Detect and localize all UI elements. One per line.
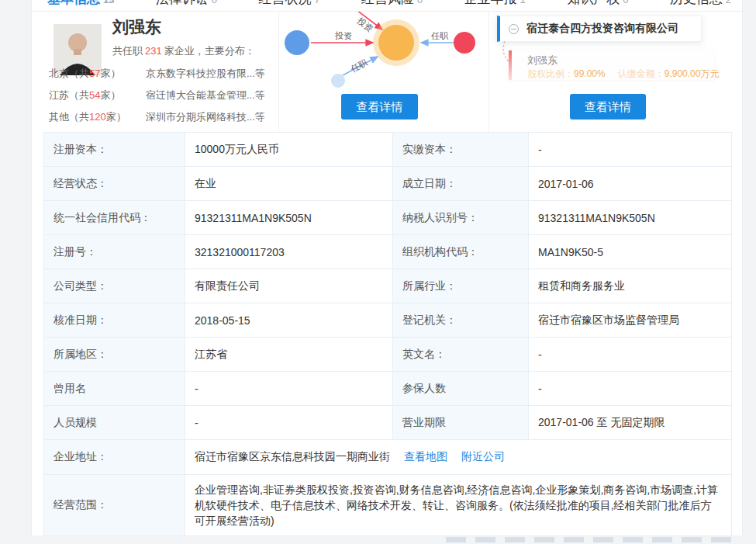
node-officer-red — [454, 32, 475, 54]
distribution-row-other: 其他（共120家） 深圳市分期乐网络科技...等 — [49, 106, 265, 128]
edge-label-office: 任职 — [349, 57, 369, 74]
field-label: 实缴资本： — [393, 133, 529, 166]
tab-annual-report[interactable]: 企业年报1 — [464, 0, 526, 8]
tab-count: 0 — [623, 0, 628, 5]
table-row: 统一社会信用代码： 91321311MA1N9K505N 纳税人识别号： 913… — [44, 201, 731, 235]
field-value: 2017-01-06 至 无固定期限 — [529, 406, 733, 439]
address-cell: 宿迁市宿豫区京东信息科技园一期商业街 查看地图 附近公司 — [185, 440, 733, 474]
field-value: 321321000117203 — [185, 235, 393, 269]
nearby-companies-link[interactable]: 附近公司 — [461, 450, 505, 464]
tab-count: 0 — [212, 0, 217, 5]
table-row: 核准日期： 2018-05-15 登记机关： 宿迁市宿豫区市场监督管理局 — [44, 303, 731, 338]
address-value: 宿迁市宿豫区京东信息科技园一期商业街 — [195, 450, 390, 464]
tab-operating-risk[interactable]: 经营风险0 — [361, 0, 423, 8]
field-label: 注册资本： — [44, 133, 185, 166]
field-value: MA1N9K50-5 — [529, 235, 733, 269]
tab-operating-status[interactable]: 经营状况7 — [258, 0, 319, 8]
edge-label-invest: 投资 — [334, 31, 352, 40]
node-partial-blue — [331, 74, 345, 88]
tab-count: 1 — [520, 0, 526, 5]
tab-legal[interactable]: 法律诉讼0 — [156, 0, 217, 8]
edge-label-invest: 投资 — [355, 16, 375, 34]
registration-table: 注册资本： 10000万元人民币 实缴资本： - 经营状态： 在业 成立日期： … — [43, 132, 732, 536]
field-label: 注册号： — [44, 235, 185, 269]
distribution-list: 北京（共57家） 京东数字科技控股有限...等 江苏（共54家） 宿迁博大合能基… — [49, 63, 265, 128]
field-label: 登记机关： — [393, 303, 529, 337]
field-label: 曾用名 — [44, 372, 185, 405]
field-label: 核准日期： — [44, 303, 185, 337]
minus-circle-icon[interactable] — [509, 24, 519, 34]
field-label: 纳税人识别号： — [393, 201, 529, 234]
field-value: 宿迁市宿豫区市场监督管理局 — [529, 303, 733, 337]
tab-list: 基本信息13 法律诉讼0 经营状况7 经营风险0 企业年报1 知识产权0 历史信… — [47, 0, 731, 8]
field-value: 2017-01-06 — [529, 167, 733, 200]
field-value: 2018-05-15 — [185, 303, 393, 337]
tab-count: 13 — [103, 0, 114, 5]
field-label: 经营范围： — [44, 475, 185, 535]
shareholder-card[interactable]: 刘强东 股权比例：99.00%认缴金额：9,900.00万元 — [509, 50, 714, 80]
relation-graph-panel: 投资 投资 任职 任职 查看详情 — [278, 12, 489, 132]
distribution-companies: 宿迁博大合能基金管理...等 — [146, 88, 265, 102]
field-label: 统一社会信用代码： — [44, 201, 185, 234]
cutoff-watermark-strip — [446, 537, 739, 542]
field-value: 91321311MA1N9K505N — [185, 201, 393, 234]
field-value: 江苏省 — [185, 338, 393, 371]
tab-bar: 基本信息13 法律诉讼0 经营状况7 经营风险0 企业年报1 知识产权0 历史信… — [32, 0, 742, 12]
field-value: - — [529, 338, 733, 371]
tab-intellectual-property[interactable]: 知识产权0 — [567, 0, 628, 8]
field-value: 租赁和商务服务业 — [529, 269, 733, 303]
field-label: 营业期限 — [393, 406, 529, 439]
info-strip: 刘强东 共任职231家企业，主要分布： 北京（共57家） 京东数字科技控股有限.… — [32, 12, 742, 132]
field-label: 所属行业： — [393, 269, 529, 303]
field-label: 组织机构代码： — [393, 235, 529, 269]
node-company-orange — [378, 25, 414, 61]
company-node-card[interactable]: 宿迁泰合四方投资咨询有限公司 — [497, 16, 702, 42]
tab-basic-info[interactable]: 基本信息13 — [47, 0, 114, 8]
table-row: 注册号： 321321000117203 组织机构代码： MA1N9K50-5 — [44, 235, 731, 269]
table-row: 注册资本： 10000万元人民币 实缴资本： - — [44, 133, 731, 167]
company-profile-page: 基本信息13 法律诉讼0 经营状况7 经营风险0 企业年报1 知识产权0 历史信… — [0, 0, 756, 544]
field-value: 91321311MA1N9K505N — [529, 201, 733, 234]
person-summary: 共任职231家企业，主要分布： — [112, 44, 255, 58]
field-value: - — [185, 372, 393, 405]
content-card: 基本信息13 法律诉讼0 经营状况7 经营风险0 企业年报1 知识产权0 历史信… — [31, 0, 743, 535]
person-panel: 刘强东 共任职231家企业，主要分布： 北京（共57家） 京东数字科技控股有限.… — [32, 12, 278, 132]
field-value: 在业 — [185, 167, 393, 200]
tab-history-info[interactable]: 历史信息2 — [670, 0, 731, 8]
distribution-companies: 京东数字科技控股有限...等 — [146, 67, 265, 81]
field-label: 经营状态： — [44, 167, 185, 200]
field-label: 人员规模 — [44, 406, 185, 439]
table-row: 经营状态： 在业 成立日期： 2017-01-06 — [44, 167, 731, 201]
business-scope-value: 企业管理咨询,非证券类股权投资,投资咨询,财务信息咨询,经济信息咨询,企业形象策… — [185, 475, 733, 535]
field-value: - — [529, 133, 733, 166]
tab-count: 0 — [417, 0, 423, 5]
shareholder-name: 刘强东 — [527, 54, 558, 68]
relation-graph: 投资 投资 任职 任职 — [279, 12, 488, 92]
table-row: 曾用名 - 参保人数 - — [44, 372, 731, 406]
table-row: 人员规模 - 营业期限 2017-01-06 至 无固定期限 — [44, 406, 731, 440]
edge-label-office: 任职 — [431, 31, 449, 40]
field-label: 企业地址： — [44, 440, 185, 474]
field-label: 英文名： — [393, 338, 529, 371]
shareholder-detail: 股权比例：99.00%认缴金额：9,900.00万元 — [527, 68, 719, 81]
view-graph-detail-button[interactable]: 查看详情 — [341, 94, 418, 120]
view-equity-detail-button[interactable]: 查看详情 — [570, 94, 646, 120]
distribution-row-jiangsu: 江苏（共54家） 宿迁博大合能基金管理...等 — [49, 85, 265, 106]
company-name: 宿迁泰合四方投资咨询有限公司 — [526, 22, 678, 36]
distribution-row-beijing: 北京（共57家） 京东数字科技控股有限...等 — [49, 63, 265, 85]
node-investor-blue — [285, 30, 309, 55]
equity-panel: 宿迁泰合四方投资咨询有限公司 刘强东 股权比例：99.00%认缴金额：9,900… — [489, 12, 742, 132]
amount-value: 9,900.00万元 — [665, 68, 720, 79]
field-value: - — [185, 406, 393, 439]
distribution-companies: 深圳市分期乐网络科技...等 — [146, 110, 265, 124]
field-value: 有限责任公司 — [185, 269, 393, 303]
field-label: 公司类型： — [44, 269, 185, 303]
field-label: 参保人数 — [393, 372, 529, 405]
table-row: 公司类型： 有限责任公司 所属行业： 租赁和商务服务业 — [44, 269, 731, 303]
view-map-link[interactable]: 查看地图 — [404, 450, 447, 464]
ratio-value: 99.00% — [574, 68, 606, 79]
field-label: 成立日期： — [393, 167, 529, 200]
person-name: 刘强东 — [112, 16, 161, 38]
field-label: 所属地区： — [44, 338, 185, 371]
position-count: 231 — [145, 45, 162, 57]
